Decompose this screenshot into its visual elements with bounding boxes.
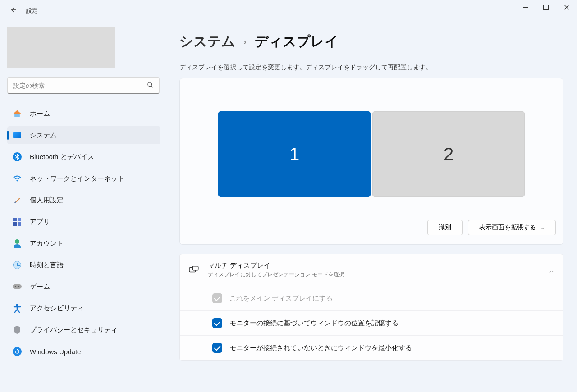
sidebar-item-privacy[interactable]: プライバシーとセキュリティ bbox=[7, 321, 160, 339]
sidebar-item-apps[interactable]: アプリ bbox=[7, 213, 160, 231]
chevron-right-icon: › bbox=[243, 36, 247, 47]
multi-display-icon bbox=[189, 265, 199, 275]
svg-rect-9 bbox=[13, 284, 22, 289]
svg-rect-14 bbox=[192, 266, 198, 270]
search-box[interactable] bbox=[7, 77, 160, 94]
shield-icon bbox=[13, 325, 22, 334]
window-title: 設定 bbox=[26, 7, 38, 15]
sidebar-item-time-language[interactable]: 時刻と言語 bbox=[7, 256, 160, 274]
sidebar-item-label: 個人用設定 bbox=[30, 196, 64, 205]
multi-display-title-block: マルチ ディスプレイ ディスプレイに対してプレゼンテーション モードを選択 bbox=[208, 261, 344, 278]
svg-point-12 bbox=[16, 304, 18, 306]
sidebar-item-label: Bluetooth とデバイス bbox=[30, 153, 94, 161]
multi-display-header[interactable]: マルチ ディスプレイ ディスプレイに対してプレゼンテーション モードを選択 〈 bbox=[180, 254, 563, 286]
option-remember-position[interactable]: モニターの接続に基づいてウィンドウの位置を記憶する bbox=[180, 311, 563, 336]
sidebar-item-gaming[interactable]: ゲーム bbox=[7, 278, 160, 296]
option-label: モニターの接続に基づいてウィンドウの位置を記憶する bbox=[229, 319, 398, 328]
arrange-actions: 識別 表示画面を拡張する ⌄ bbox=[180, 214, 563, 244]
sidebar-item-accessibility[interactable]: アクセシビリティ bbox=[7, 299, 160, 317]
sidebar-item-label: ゲーム bbox=[30, 283, 50, 291]
option-label: モニターが接続されていないときにウィンドウを最小化する bbox=[229, 344, 412, 352]
bluetooth-icon bbox=[13, 152, 22, 161]
multi-display-desc: ディスプレイに対してプレゼンテーション モードを選択 bbox=[208, 271, 344, 278]
monitor-1[interactable]: 1 bbox=[218, 111, 371, 197]
sidebar-item-label: Windows Update bbox=[30, 348, 81, 356]
svg-point-11 bbox=[18, 286, 19, 287]
projection-mode-dropdown[interactable]: 表示画面を拡張する ⌄ bbox=[468, 220, 556, 235]
arrange-card: 1 2 識別 表示画面を拡張する ⌄ bbox=[179, 78, 563, 245]
network-icon bbox=[13, 174, 22, 183]
sidebar-item-windows-update[interactable]: Windows Update bbox=[7, 342, 160, 360]
brush-icon bbox=[13, 196, 22, 205]
home-icon bbox=[13, 109, 22, 118]
svg-rect-7 bbox=[18, 222, 21, 226]
search-input[interactable] bbox=[13, 82, 147, 89]
svg-point-10 bbox=[15, 286, 16, 287]
chevron-down-icon: ⌄ bbox=[540, 225, 545, 231]
window-controls bbox=[515, 0, 577, 14]
main-content: システム › ディスプレイ ディスプレイを選択して設定を変更します。ディスプレイ… bbox=[170, 22, 577, 392]
sidebar-item-label: システム bbox=[30, 131, 57, 140]
svg-point-8 bbox=[15, 239, 19, 244]
svg-rect-5 bbox=[18, 218, 21, 221]
checkbox-remember-position[interactable] bbox=[212, 318, 222, 328]
chevron-up-icon: 〈 bbox=[547, 267, 555, 273]
helper-text: ディスプレイを選択して設定を変更します。ディスプレイをドラッグして再配置します。 bbox=[179, 64, 563, 72]
maximize-button[interactable] bbox=[536, 0, 556, 14]
breadcrumb: システム › ディスプレイ bbox=[179, 32, 563, 51]
svg-rect-2 bbox=[14, 114, 20, 117]
monitor-label: 2 bbox=[444, 144, 453, 164]
sidebar-item-label: アカウント bbox=[30, 239, 64, 248]
checkbox-main-display bbox=[212, 293, 222, 303]
sidebar-item-label: ネットワークとインターネット bbox=[30, 174, 124, 183]
sidebar-item-bluetooth[interactable]: Bluetooth とデバイス bbox=[7, 148, 160, 166]
svg-point-3 bbox=[16, 180, 18, 181]
sidebar-item-label: 時刻と言語 bbox=[30, 261, 64, 269]
svg-rect-4 bbox=[13, 218, 17, 221]
system-icon bbox=[13, 131, 22, 140]
breadcrumb-parent[interactable]: システム bbox=[179, 32, 235, 51]
sidebar-item-label: アクセシビリティ bbox=[30, 304, 84, 313]
close-icon bbox=[564, 5, 569, 10]
multi-display-title: マルチ ディスプレイ bbox=[208, 261, 344, 270]
sidebar: ホーム システム Bluetooth とデバイス ネットワークとインターネット bbox=[0, 22, 170, 392]
svg-point-0 bbox=[148, 82, 152, 86]
sidebar-item-label: アプリ bbox=[30, 218, 50, 226]
update-icon bbox=[13, 347, 22, 356]
nav-list: ホーム システム Bluetooth とデバイス ネットワークとインターネット bbox=[7, 105, 162, 360]
accessibility-icon bbox=[13, 304, 22, 313]
breadcrumb-current: ディスプレイ bbox=[255, 32, 339, 51]
option-label: これをメイン ディスプレイにする bbox=[229, 294, 333, 303]
option-main-display: これをメイン ディスプレイにする bbox=[180, 286, 563, 311]
sidebar-item-accounts[interactable]: アカウント bbox=[7, 234, 160, 252]
projection-mode-label: 表示画面を拡張する bbox=[479, 223, 536, 232]
sidebar-item-label: ホーム bbox=[30, 109, 50, 118]
svg-line-1 bbox=[151, 86, 153, 87]
back-button[interactable] bbox=[5, 6, 23, 15]
svg-rect-6 bbox=[13, 222, 17, 226]
titlebar: 設定 bbox=[0, 0, 577, 22]
option-minimize-on-disconnect[interactable]: モニターが接続されていないときにウィンドウを最小化する bbox=[180, 336, 563, 360]
identify-label: 識別 bbox=[439, 223, 451, 232]
sidebar-item-label: プライバシーとセキュリティ bbox=[30, 326, 118, 334]
checkbox-minimize-on-disconnect[interactable] bbox=[212, 343, 222, 353]
sidebar-item-home[interactable]: ホーム bbox=[7, 105, 160, 123]
gamepad-icon bbox=[13, 282, 22, 291]
accounts-icon bbox=[13, 239, 22, 248]
monitor-arrangement[interactable]: 1 2 bbox=[180, 78, 563, 214]
monitor-2[interactable]: 2 bbox=[372, 111, 525, 197]
sidebar-item-system[interactable]: システム bbox=[7, 126, 160, 144]
account-block[interactable] bbox=[7, 27, 115, 68]
sidebar-item-network[interactable]: ネットワークとインターネット bbox=[7, 169, 160, 187]
identify-button[interactable]: 識別 bbox=[427, 220, 463, 235]
clock-icon bbox=[13, 260, 22, 269]
back-arrow-icon bbox=[10, 6, 17, 14]
sidebar-item-personalization[interactable]: 個人用設定 bbox=[7, 191, 160, 209]
multi-display-section: マルチ ディスプレイ ディスプレイに対してプレゼンテーション モードを選択 〈 … bbox=[179, 254, 563, 361]
minimize-button[interactable] bbox=[515, 0, 536, 14]
close-button[interactable] bbox=[556, 0, 577, 14]
monitor-label: 1 bbox=[289, 144, 299, 164]
search-icon bbox=[147, 82, 154, 90]
apps-icon bbox=[13, 217, 22, 226]
